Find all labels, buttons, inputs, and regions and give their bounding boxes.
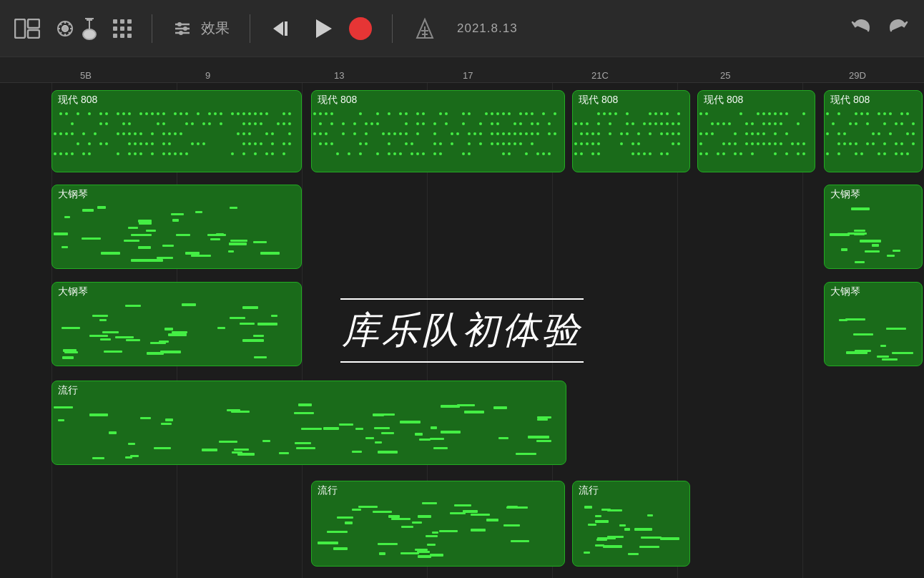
block-808-1[interactable]: 现代 808 bbox=[51, 90, 302, 172]
block-liuxing-1[interactable]: 流行 bbox=[51, 381, 566, 465]
effects-group: 效果 bbox=[172, 19, 230, 39]
overlay-top-line bbox=[340, 298, 584, 300]
midi-notes bbox=[312, 501, 564, 566]
block-label: 大钢琴 bbox=[52, 185, 301, 204]
instrument-group bbox=[54, 17, 99, 40]
block-label: 流行 bbox=[312, 481, 564, 500]
block-label: 现代 808 bbox=[698, 91, 815, 109]
overlay: 库乐队初体验 bbox=[340, 298, 584, 363]
svg-point-12 bbox=[177, 22, 182, 26]
undo-button[interactable] bbox=[850, 16, 874, 41]
block-label: 流行 bbox=[573, 481, 689, 500]
svg-point-13 bbox=[183, 26, 187, 31]
midi-notes bbox=[573, 111, 689, 172]
block-label: 大钢琴 bbox=[825, 283, 922, 301]
redo-button[interactable] bbox=[885, 16, 910, 41]
grid-icon bbox=[113, 19, 132, 38]
block-label: 大钢琴 bbox=[825, 185, 922, 204]
svg-point-4 bbox=[62, 26, 68, 31]
midi-notes bbox=[825, 111, 922, 172]
midi-notes bbox=[52, 401, 566, 464]
window-layout-button[interactable] bbox=[14, 19, 40, 39]
midi-notes bbox=[52, 111, 301, 172]
block-piano2-1[interactable]: 大钢琴 bbox=[51, 282, 302, 366]
block-label: 现代 808 bbox=[312, 91, 564, 109]
separator-3 bbox=[392, 14, 393, 43]
marker-29d: 29D bbox=[849, 70, 866, 81]
svg-point-14 bbox=[179, 31, 183, 35]
midi-notes bbox=[573, 501, 689, 566]
block-label: 现代 808 bbox=[52, 91, 301, 109]
history-group bbox=[850, 16, 910, 41]
block-label: 现代 808 bbox=[825, 91, 922, 109]
block-808-4[interactable]: 现代 808 bbox=[697, 90, 815, 172]
svg-rect-2 bbox=[28, 30, 39, 38]
overlay-title: 库乐队初体验 bbox=[340, 305, 584, 356]
marker-5b: 5B bbox=[80, 70, 92, 81]
record-circle bbox=[349, 17, 372, 40]
midi-notes bbox=[825, 205, 922, 268]
toolbar: 效果 2021.8.13 bbox=[0, 0, 924, 57]
metronome-group bbox=[413, 16, 437, 41]
record-button[interactable] bbox=[349, 17, 372, 40]
overlay-bottom-line bbox=[340, 361, 584, 363]
marker-13: 13 bbox=[334, 70, 344, 81]
midi-notes bbox=[698, 111, 815, 172]
block-liuxing-2[interactable]: 流行 bbox=[311, 481, 565, 567]
rewind-button[interactable] bbox=[270, 16, 296, 41]
block-808-3[interactable]: 现代 808 bbox=[572, 90, 690, 172]
settings-guitar-button[interactable] bbox=[54, 17, 99, 40]
play-button[interactable] bbox=[309, 15, 336, 42]
block-piano2-2[interactable]: 大钢琴 bbox=[824, 282, 923, 366]
apps-grid-button[interactable] bbox=[113, 19, 132, 38]
timeline: 5B 9 13 17 21C 25 29D bbox=[0, 57, 924, 83]
block-piano1-1[interactable]: 大钢琴 bbox=[51, 185, 302, 269]
effects-button[interactable]: 效果 bbox=[201, 19, 230, 38]
metronome-button[interactable] bbox=[413, 16, 437, 41]
separator-1 bbox=[152, 14, 152, 43]
midi-notes bbox=[52, 303, 301, 366]
midi-notes bbox=[312, 111, 564, 172]
sliders-button[interactable] bbox=[172, 19, 192, 39]
block-label: 流行 bbox=[52, 381, 566, 400]
marker-9: 9 bbox=[205, 70, 210, 81]
tracks-area: 现代 808 现代 808 现代 808 现代 808 现代 808 大钢琴 大… bbox=[0, 83, 924, 578]
svg-point-5 bbox=[83, 29, 96, 39]
block-808-2[interactable]: 现代 808 bbox=[311, 90, 565, 172]
svg-rect-1 bbox=[28, 19, 39, 28]
block-liuxing-3[interactable]: 流行 bbox=[572, 481, 690, 567]
block-808-5[interactable]: 现代 808 bbox=[824, 90, 923, 172]
date-display: 2021.8.13 bbox=[457, 21, 518, 36]
block-label: 大钢琴 bbox=[52, 283, 301, 301]
marker-17: 17 bbox=[463, 70, 473, 81]
midi-notes bbox=[52, 205, 301, 268]
separator-2 bbox=[250, 14, 250, 43]
block-piano1-2[interactable]: 大钢琴 bbox=[824, 185, 923, 269]
marker-21c: 21C bbox=[591, 70, 609, 81]
window-controls-group bbox=[14, 19, 40, 39]
marker-25: 25 bbox=[720, 70, 730, 81]
svg-marker-17 bbox=[316, 19, 332, 38]
svg-rect-16 bbox=[285, 21, 287, 36]
apps-group bbox=[113, 19, 132, 38]
transport-group bbox=[270, 15, 372, 42]
svg-rect-0 bbox=[15, 19, 25, 38]
block-label: 现代 808 bbox=[573, 91, 689, 109]
midi-notes bbox=[825, 303, 922, 366]
svg-marker-15 bbox=[273, 21, 283, 36]
